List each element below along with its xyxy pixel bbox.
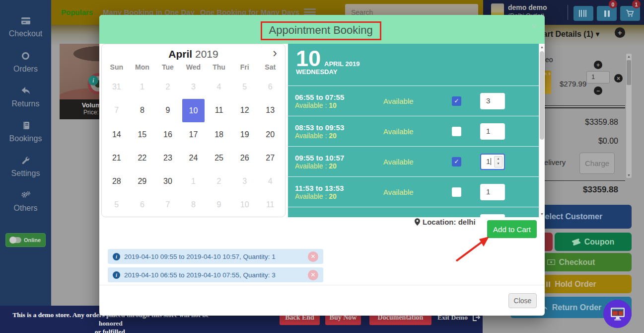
divider: [539, 105, 625, 106]
calendar-day[interactable]: 17: [181, 123, 207, 146]
calendar-day[interactable]: 9: [206, 193, 232, 216]
calendar-day[interactable]: 10: [182, 99, 205, 122]
calendar-day[interactable]: 22: [130, 146, 155, 169]
remove-booking-icon[interactable]: ✕: [308, 251, 318, 262]
calendar-day[interactable]: 3: [232, 169, 258, 193]
calendar-day[interactable]: 30: [155, 169, 181, 193]
slot-checkbox[interactable]: [452, 187, 461, 197]
cart-details-header[interactable]: Cart Details (1) ▾: [537, 29, 599, 39]
delivery-charge-input[interactable]: [579, 153, 615, 174]
slot-time: 08:53 to 09:53: [295, 123, 383, 132]
pause-icon: [604, 10, 610, 17]
calendar-day[interactable]: 12: [232, 98, 258, 122]
slot-qty-input[interactable]: 1: [480, 123, 505, 140]
online-toggle-button[interactable]: Online: [5, 233, 46, 247]
calendar-day[interactable]: 15: [130, 123, 155, 146]
calendar-month: April: [168, 48, 192, 60]
calendar-day[interactable]: 11: [206, 98, 232, 122]
qty-spinner-icon[interactable]: ▲▼: [494, 156, 502, 167]
slot-list: 06:55 to 07:55Available : 10Available✓30…: [288, 86, 539, 217]
calendar-day[interactable]: 8: [130, 98, 155, 122]
close-button[interactable]: Close: [508, 293, 537, 308]
slot-time: 09:55 to 10:57: [295, 154, 383, 162]
calendar-day[interactable]: 8: [181, 193, 207, 216]
calendar-day[interactable]: 6: [257, 75, 283, 98]
qty-decrease-icon[interactable]: −: [594, 86, 602, 95]
calendar-day[interactable]: 6: [130, 193, 155, 216]
calendar-day[interactable]: 10: [232, 193, 258, 216]
calendar-day[interactable]: 26: [232, 146, 258, 169]
barcode-button[interactable]: [573, 6, 593, 21]
remove-item-icon[interactable]: ×: [614, 74, 623, 83]
slot-qty-input[interactable]: [480, 214, 505, 218]
sidebar-item-bookings[interactable]: Bookings: [0, 121, 51, 143]
calendar-day[interactable]: 5: [232, 75, 258, 98]
slots-scrollbar[interactable]: ▲▼: [539, 44, 545, 217]
support-chat-widget[interactable]: [603, 300, 632, 328]
sidebar-item-label: Orders: [0, 65, 51, 74]
calendar-day[interactable]: 7: [104, 98, 130, 122]
booking-text: 2019-04-10 09:55 to 2019-04-10 10:57, Qu…: [124, 253, 276, 260]
slot-qty-input[interactable]: 1: [480, 184, 505, 200]
calendar-day[interactable]: 18: [206, 123, 232, 146]
appointment-booking-modal: Appointment Booking × April 2019 › SunMo…: [99, 15, 545, 316]
time-slot-row: 08:53 to 09:53Available : 20Available1: [288, 116, 539, 147]
chevron-down-icon: ▾: [595, 30, 599, 38]
slot-qty-input[interactable]: 3: [480, 93, 505, 109]
qty-increase-icon[interactable]: +: [594, 61, 602, 69]
info-icon[interactable]: i: [88, 76, 98, 85]
slot-checkbox[interactable]: ✓: [452, 157, 461, 166]
calendar-day[interactable]: 4: [257, 169, 283, 193]
calendar-day[interactable]: 11: [257, 193, 283, 216]
calendar-day[interactable]: 27: [257, 146, 283, 169]
sidebar-item-returns[interactable]: Returns: [0, 86, 51, 108]
location-pin-icon: [415, 218, 420, 226]
calendar-day[interactable]: 7: [155, 193, 181, 216]
add-item-icon[interactable]: +: [615, 27, 625, 38]
slot-available-count: Available : 20: [295, 162, 383, 170]
calendar-day[interactable]: 2: [155, 75, 181, 98]
calendar-day[interactable]: 13: [257, 98, 283, 122]
calendar-day[interactable]: 31: [104, 75, 130, 98]
calendar-day[interactable]: 14: [104, 123, 130, 146]
calendar-day[interactable]: 24: [181, 146, 207, 169]
cart-item-price: $279.99: [560, 80, 586, 88]
credit-card-icon: [21, 17, 31, 26]
sidebar-item-label: Bookings: [0, 134, 51, 143]
cart-total: $3359.88: [583, 185, 618, 195]
calendar-day[interactable]: 28: [104, 169, 130, 193]
next-month-icon[interactable]: ›: [273, 45, 277, 61]
close-icon[interactable]: ×: [531, 21, 537, 32]
calendar-day[interactable]: 5: [104, 193, 130, 216]
tab-populars[interactable]: Populars: [61, 8, 93, 16]
calendar-day[interactable]: 16: [155, 123, 181, 146]
calendar-day[interactable]: 4: [206, 75, 232, 98]
calendar-day[interactable]: 2: [206, 169, 232, 193]
calendar-day[interactable]: 25: [206, 146, 232, 169]
sidebar-item-checkout[interactable]: Checkout: [0, 17, 51, 38]
sidebar-item-orders[interactable]: Orders: [0, 52, 51, 74]
calendar-day[interactable]: 19: [232, 123, 258, 146]
slot-qty-input[interactable]: 1▲▼: [480, 154, 505, 170]
sidebar-item-others[interactable]: Others: [0, 191, 51, 213]
calendar-day[interactable]: 9: [155, 98, 181, 122]
selected-day-number: 10: [296, 47, 321, 70]
slot-checkbox[interactable]: [452, 127, 461, 136]
slot-available-count: Available : 20: [295, 192, 383, 200]
cart-qty-input[interactable]: 1: [586, 71, 610, 83]
slot-checkbox[interactable]: ✓: [452, 96, 461, 106]
calendar-day[interactable]: 23: [155, 146, 181, 169]
calendar-day[interactable]: 29: [130, 169, 155, 193]
calendar-day[interactable]: 3: [181, 75, 207, 98]
coupon-button[interactable]: Coupon: [555, 233, 632, 251]
slot-time-block: 06:55 to 07:55Available : 10: [295, 93, 383, 109]
online-toggle-knob: [10, 237, 21, 243]
cart-scrollbar[interactable]: ▲▼: [626, 54, 632, 178]
wrench-icon: [21, 156, 30, 165]
remove-booking-icon[interactable]: ✕: [308, 270, 318, 280]
calendar-day[interactable]: 1: [130, 75, 155, 98]
calendar-day[interactable]: 1: [181, 169, 207, 193]
calendar-day[interactable]: 21: [104, 146, 130, 169]
sidebar-item-settings[interactable]: Settings: [0, 156, 51, 178]
calendar-day[interactable]: 20: [257, 123, 283, 146]
